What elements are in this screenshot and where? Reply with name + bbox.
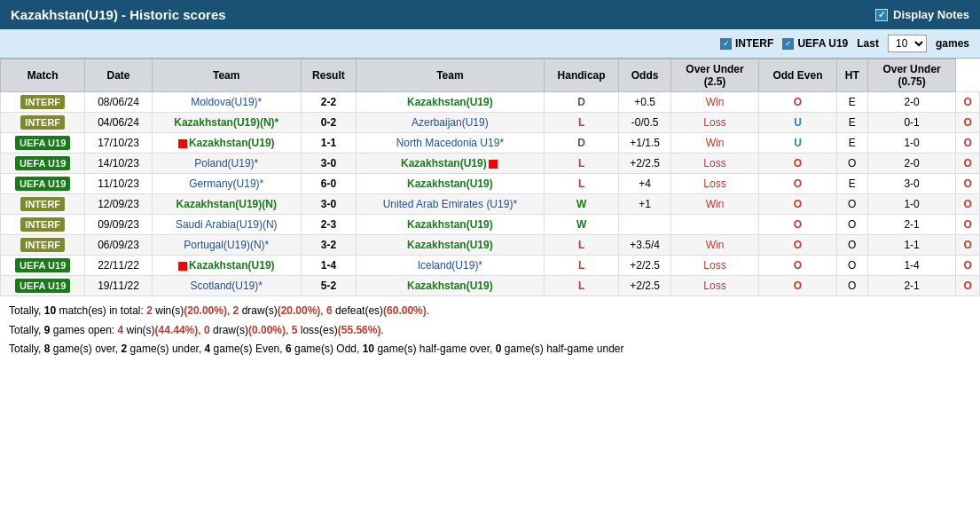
team2[interactable]: North Macedonia U19* <box>357 133 545 154</box>
odds-result: Loss <box>670 256 759 276</box>
odds-result: Loss <box>670 154 759 174</box>
col-team2: Team <box>357 59 545 92</box>
match-outcome: W <box>544 215 619 235</box>
odds-result: Win <box>670 235 759 256</box>
col-handicap: Handicap <box>544 59 619 92</box>
handicap: +2/2.5 <box>619 276 670 296</box>
match-result: 2-3 <box>301 215 356 235</box>
match-result: 2-2 <box>301 92 356 113</box>
team1[interactable]: Moldova(U19)* <box>152 92 301 113</box>
interf-filter[interactable]: ✓ INTERF <box>720 37 773 50</box>
over-under-075: O <box>956 235 980 256</box>
over-under-25: O <box>759 174 836 194</box>
over-under-075: O <box>956 154 980 174</box>
match-badge: INTERF <box>1 92 85 113</box>
match-result: 0-2 <box>301 113 356 133</box>
handicap: +1/1.5 <box>619 133 670 154</box>
col-result: Result <box>301 59 356 92</box>
ht-score: 2-0 <box>867 92 956 113</box>
games-label: games <box>936 37 969 50</box>
team1[interactable]: Portugal(U19)(N)* <box>152 235 301 256</box>
odds-result: Loss <box>670 174 759 194</box>
handicap: +3.5/4 <box>619 235 670 256</box>
interf-label: INTERF <box>735 37 773 50</box>
match-outcome: W <box>544 194 619 215</box>
team1[interactable]: Saudi Arabia(U19)(N) <box>152 215 301 235</box>
scores-table: Match Date Team Result Team Handicap Odd… <box>0 59 980 296</box>
team2[interactable]: United Arab Emirates (U19)* <box>357 194 545 215</box>
match-badge: UEFA U19 <box>1 133 85 154</box>
over-under-075: O <box>956 256 980 276</box>
odds-result: Win <box>670 92 759 113</box>
handicap: +2/2.5 <box>619 154 670 174</box>
handicap: -0/0.5 <box>619 113 670 133</box>
team1[interactable]: Germany(U19)* <box>152 174 301 194</box>
odd-even: E <box>836 133 867 154</box>
ht-score: 1-1 <box>867 235 956 256</box>
header: Kazakhstan(U19) - Historic scores ✓ Disp… <box>0 0 980 29</box>
odd-even: E <box>836 174 867 194</box>
table-row: INTERF08/06/24Moldova(U19)*2-2Kazakhstan… <box>1 92 980 113</box>
match-result: 3-0 <box>301 194 356 215</box>
odds-result <box>670 215 759 235</box>
summary-section: Totally, 10 match(es) in total: 2 win(s)… <box>0 296 980 365</box>
page-title: Kazakhstan(U19) - Historic scores <box>11 7 226 22</box>
uefa-filter[interactable]: ✓ UEFA U19 <box>782 37 848 50</box>
team1[interactable]: Kazakhstan(U19) <box>152 256 301 276</box>
odd-even: E <box>836 113 867 133</box>
team2[interactable]: Iceland(U19)* <box>357 256 545 276</box>
ht-score: 2-1 <box>867 276 956 296</box>
team1[interactable]: Poland(U19)* <box>152 154 301 174</box>
over-under-075: O <box>956 194 980 215</box>
match-badge: UEFA U19 <box>1 256 85 276</box>
col-ou075: Over Under(0.75) <box>867 59 956 92</box>
team1[interactable]: Scotland(U19)* <box>152 276 301 296</box>
match-date: 06/09/23 <box>85 235 152 256</box>
match-badge: INTERF <box>1 235 85 256</box>
table-row: UEFA U1917/10/23Kazakhstan(U19)1-1North … <box>1 133 980 154</box>
team2[interactable]: Azerbaijan(U19) <box>357 113 545 133</box>
display-notes-checkbox[interactable]: ✓ <box>875 9 888 21</box>
match-date: 22/11/22 <box>85 256 152 276</box>
match-date: 09/09/23 <box>85 215 152 235</box>
over-under-075: O <box>956 92 980 113</box>
team2[interactable]: Kazakhstan(U19) <box>357 276 545 296</box>
match-badge: UEFA U19 <box>1 154 85 174</box>
match-result: 1-1 <box>301 133 356 154</box>
team1[interactable]: Kazakhstan(U19) <box>152 133 301 154</box>
handicap: +2/2.5 <box>619 256 670 276</box>
match-badge: INTERF <box>1 113 85 133</box>
handicap <box>619 215 670 235</box>
team2[interactable]: Kazakhstan(U19) <box>357 92 545 113</box>
last-games-select[interactable]: 10 20 30 <box>888 35 927 52</box>
over-under-25: O <box>759 276 836 296</box>
ht-score: 3-0 <box>867 174 956 194</box>
team2[interactable]: Kazakhstan(U19) <box>357 235 545 256</box>
match-outcome: L <box>544 174 619 194</box>
ht-score: 2-1 <box>867 215 956 235</box>
odd-even: O <box>836 154 867 174</box>
over-under-075: O <box>956 133 980 154</box>
match-date: 17/10/23 <box>85 133 152 154</box>
odd-even: O <box>836 276 867 296</box>
col-oe: Odd Even <box>759 59 836 92</box>
over-under-075: O <box>956 174 980 194</box>
last-label: Last <box>857 37 879 50</box>
odds-result: Loss <box>670 276 759 296</box>
team2[interactable]: Kazakhstan(U19) <box>357 215 545 235</box>
ht-score: 1-4 <box>867 256 956 276</box>
over-under-25: O <box>759 154 836 174</box>
match-outcome: D <box>544 92 619 113</box>
match-date: 12/09/23 <box>85 194 152 215</box>
over-under-25: O <box>759 215 836 235</box>
team2[interactable]: Kazakhstan(U19) <box>357 154 545 174</box>
team1[interactable]: Kazakhstan(U19)(N) <box>152 194 301 215</box>
team2[interactable]: Kazakhstan(U19) <box>357 174 545 194</box>
col-odds: Odds <box>619 59 670 92</box>
team1[interactable]: Kazakhstan(U19)(N)* <box>152 113 301 133</box>
odds-result: Win <box>670 133 759 154</box>
col-team1: Team <box>152 59 301 92</box>
over-under-25: U <box>759 133 836 154</box>
match-result: 6-0 <box>301 174 356 194</box>
table-row: UEFA U1922/11/22Kazakhstan(U19)1-4Icelan… <box>1 256 980 276</box>
